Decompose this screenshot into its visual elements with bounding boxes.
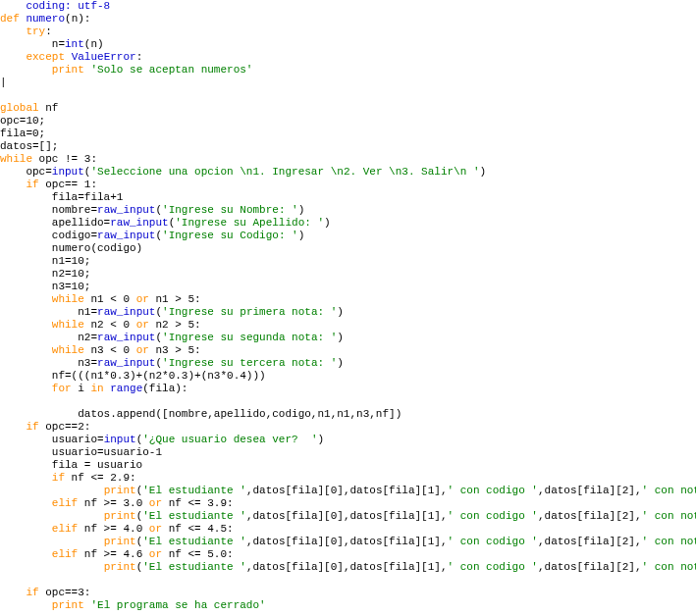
code-text: ,datos[fila][2], [538, 485, 642, 496]
code-text: n3 > 5: [149, 344, 201, 356]
code-text: : [136, 51, 143, 63]
string-literal: 'Ingrese su Apellido: ' [175, 217, 324, 229]
code-text: nf [39, 102, 59, 114]
code-text: fila=fila+1 [0, 191, 123, 203]
string-literal: 'Ingrese su Nombre: ' [162, 204, 298, 216]
keyword-print: print [104, 485, 136, 496]
keyword-print: print [104, 561, 136, 573]
code-text: n2 < 0 [84, 319, 136, 331]
identifier: int [65, 38, 84, 50]
keyword-while: while [52, 293, 84, 305]
keyword-def: def [0, 13, 20, 25]
code-text: datos=[]; [0, 140, 58, 152]
code-text: n1= [0, 306, 97, 318]
code-text: i [72, 383, 91, 394]
code-text: ,datos[fila][2], [538, 510, 642, 522]
code-text: usuario=usuario-1 [0, 446, 162, 458]
identifier: raw_input [97, 357, 155, 369]
code-text: nf <= 2.9: [65, 472, 136, 484]
code-text: opc != 3: [32, 153, 97, 165]
identifier: input [104, 434, 136, 445]
keyword-or: or [149, 548, 162, 560]
string-literal: 'Ingrese su primera nota: ' [162, 306, 337, 318]
code-text: codigo= [0, 230, 97, 241]
code-text: nf <= 4.5: [162, 523, 234, 535]
string-literal: 'Ingrese su Codigo: ' [162, 230, 298, 241]
code-text: nombre= [0, 204, 97, 216]
keyword-print: print [104, 536, 136, 547]
code-text: (fila): [142, 383, 187, 394]
string-literal: 'El estudiante ' [142, 561, 246, 573]
string-literal: '¿Que usuario desea ver? ' [142, 434, 317, 445]
string-literal: ' con codigo ' [448, 510, 538, 522]
code-text: fila = usuario [0, 459, 142, 471]
string-literal: ' con codigo ' [448, 561, 538, 573]
code-text: numero(codigo) [0, 242, 142, 254]
keyword-if: if [26, 421, 38, 433]
keyword-while: while [52, 319, 84, 331]
keyword-or: or [149, 497, 162, 509]
code-line: coding: utf-8 [0, 0, 110, 12]
keyword-except: except [26, 51, 65, 63]
identifier: input [52, 166, 84, 178]
keyword-or: or [149, 523, 162, 535]
code-text: nf <= 5.0: [162, 548, 234, 560]
code-text: usuario= [0, 434, 104, 445]
keyword-elif: elif [52, 497, 78, 509]
keyword-elif: elif [52, 523, 78, 535]
string-literal: 'El estudiante ' [142, 485, 246, 496]
code-text: nf <= 3.9: [162, 497, 234, 509]
code-text: datos.append([nombre,apellido,codigo,n1,… [0, 408, 402, 420]
string-literal: ' con notas' [642, 561, 696, 573]
keyword-try: try [26, 26, 45, 37]
keyword-while: while [0, 153, 32, 165]
code-text: n3=10; [0, 281, 90, 292]
string-literal: 'Solo se aceptan numeros' [90, 64, 252, 76]
string-literal: 'Ingrese su tercera nota: ' [162, 357, 337, 369]
identifier: raw_input [110, 217, 168, 229]
string-literal: 'El estudiante ' [142, 536, 246, 547]
code-text: ) [298, 204, 305, 216]
identifier: ValueError [72, 51, 136, 63]
code-text: n= [0, 38, 65, 50]
code-text: ) [317, 434, 324, 445]
text-cursor-icon: | [0, 77, 7, 88]
code-text: opc= [0, 166, 52, 178]
code-text: nf >= 4.0 [78, 523, 149, 535]
code-text: ) [337, 332, 344, 343]
code-text: ) [480, 166, 487, 178]
string-literal: ' con codigo ' [448, 536, 538, 547]
identifier: raw_input [97, 332, 155, 343]
string-literal: ' con notas' [642, 485, 696, 496]
code-text: ,datos[fila][0],datos[fila][1], [246, 485, 448, 496]
string-literal: ' con codigo ' [448, 485, 538, 496]
code-text: n3= [0, 357, 97, 369]
keyword-if: if [26, 587, 38, 598]
code-text: ) [337, 306, 344, 318]
code-text: nf >= 3.0 [78, 497, 149, 509]
identifier: raw_input [97, 230, 155, 241]
code-text: opc==3: [39, 587, 91, 598]
keyword-for: for [52, 383, 72, 394]
code-text: nf >= 4.6 [78, 548, 149, 560]
code-text: opc==2: [39, 421, 91, 433]
keyword-or: or [136, 344, 149, 356]
code-editor[interactable]: coding: utf-8 def numero(n): try: n=int(… [0, 0, 696, 616]
keyword-while: while [52, 344, 84, 356]
code-text: ,datos[fila][2], [538, 561, 642, 573]
keyword-print: print [52, 599, 84, 611]
code-text: apellido= [0, 217, 110, 229]
string-literal: 'Seleccione una opcion \n1. Ingresar \n2… [90, 166, 479, 178]
code-text: n1=10; [0, 255, 90, 267]
code-text: ,datos[fila][0],datos[fila][1], [246, 561, 448, 573]
code-text: n3 < 0 [84, 344, 136, 356]
code-text: ) [324, 217, 331, 229]
code-text: ) [298, 230, 305, 241]
code-text: n1 > 5: [149, 293, 201, 305]
identifier: raw_input [97, 204, 155, 216]
code-text: (n): [65, 13, 90, 25]
code-text: : [45, 26, 52, 37]
code-text: ,datos[fila][0],datos[fila][1], [246, 536, 448, 547]
code-text: fila=0; [0, 128, 45, 139]
string-literal: ' con notas' [642, 510, 696, 522]
